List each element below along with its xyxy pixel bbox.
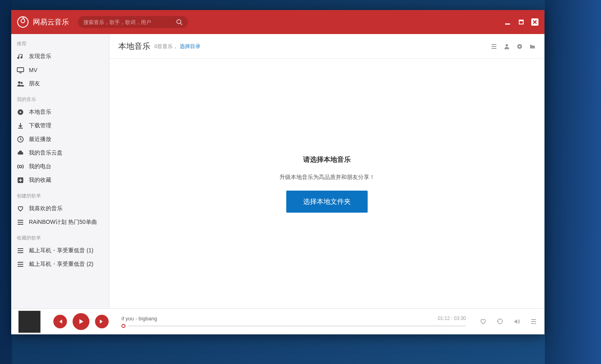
clock-icon [17,136,24,143]
user-icon[interactable] [504,43,510,50]
search-input[interactable] [83,19,176,25]
app-window: 网易云音乐 推荐 [11,10,544,334]
svg-point-1 [177,20,181,24]
sidebar-item-collected-1[interactable]: 戴上耳机・享受重低音 (1) [11,244,109,257]
loop-icon[interactable] [496,318,504,325]
svg-rect-9 [17,68,24,72]
close-button[interactable] [531,18,539,26]
select-folder-button[interactable]: 选择本地文件夹 [286,191,368,213]
sidebar-section-collected: 收藏的歌单 戴上耳机・享受重低音 (1) 戴上耳机・享受重低音 (2) [11,232,109,271]
disc-small-icon[interactable] [516,43,523,50]
sidebar-item-label: 朋友 [29,80,40,87]
content-title: 本地音乐 [118,41,150,52]
minimize-button[interactable] [504,18,512,26]
play-controls [53,313,109,330]
sidebar-item-radio[interactable]: 我的电台 [11,160,109,173]
svg-point-20 [519,46,520,47]
progress-handle-icon[interactable] [121,324,125,328]
sidebar-section-title: 我的音乐 [11,94,109,105]
prompt-subtitle: 升级本地音乐为高品质并和朋友分享！ [279,174,375,181]
player-right-controls [480,318,537,325]
sidebar-item-label: 下载管理 [29,122,51,129]
sidebar-item-friends[interactable]: 朋友 [11,77,109,90]
sidebar-item-favorites[interactable]: 我的收藏 [11,173,109,187]
sidebar-item-discover[interactable]: 发现音乐 [11,50,109,63]
select-directory-link[interactable]: 选择目录 [180,43,200,50]
sidebar-item-download[interactable]: 下载管理 [11,119,109,133]
window-controls [504,18,539,26]
sidebar-section-title: 推荐 [11,38,109,50]
monitor-icon [17,66,24,74]
sidebar-section-title: 收藏的歌单 [11,232,109,244]
sidebar-section-created: 创建的歌单 我喜欢的音乐 RAiNBOW计划 热门50单曲 [11,190,109,229]
sidebar-item-recent[interactable]: 最近播放 [11,133,109,146]
desktop-left-strip [0,0,12,364]
search-box[interactable] [78,16,188,28]
download-icon [17,122,24,129]
folder-icon[interactable] [529,43,536,50]
content-header-icons [491,43,536,50]
main-area: 推荐 发现音乐 MV 朋友 我的音乐 本地音乐 [11,34,544,308]
radio-icon [17,163,24,170]
app-logo-icon [17,16,29,28]
sidebar-item-label: 我的音乐云盘 [29,149,63,157]
app-title: 网易云音乐 [33,17,69,27]
maximize-button[interactable] [517,18,525,26]
svg-line-2 [180,23,182,25]
sidebar-item-label: 我的收藏 [29,177,51,184]
sidebar-item-label: 戴上耳机・享受重低音 (1) [29,247,93,254]
sidebar-item-cloud[interactable]: 我的音乐云盘 [11,146,109,160]
prev-button[interactable] [53,315,67,328]
play-button[interactable] [73,313,89,330]
next-button[interactable] [95,315,109,328]
album-art[interactable] [18,311,40,333]
svg-point-11 [18,81,20,84]
sidebar-item-label: 本地音乐 [29,109,51,116]
sidebar-item-local[interactable]: 本地音乐 [11,105,109,119]
content-body: 请选择本地音乐 升级本地音乐为高品质并和朋友分享！ 选择本地文件夹 [109,59,544,308]
logo-area: 网易云音乐 [17,16,69,28]
volume-icon[interactable] [513,318,520,325]
music-note-icon [17,53,24,60]
svg-point-14 [20,111,21,113]
content-area: 本地音乐 0首音乐， 选择目录 请选择本地音乐 升级本地音乐为高品质并和朋友分享… [109,34,544,308]
sidebar-item-label: 我喜欢的音乐 [29,205,63,212]
svg-point-16 [19,165,22,168]
desktop-right-strip [545,0,601,364]
player-bar: if you - bigbang 01:12 : 03:30 [11,308,544,334]
content-count: 0首音乐， [154,43,178,50]
sidebar-item-label: 戴上耳机・享受重低音 (2) [29,261,93,268]
sidebar-item-label: 最近播放 [29,136,51,143]
sidebar-item-label: 发现音乐 [29,53,51,60]
sidebar: 推荐 发现音乐 MV 朋友 我的音乐 本地音乐 [11,34,109,308]
sidebar-item-label: 我的电台 [29,163,51,170]
track-title: if you - bigbang [121,316,157,322]
playlist-icon [17,219,24,226]
sidebar-item-mv[interactable]: MV [11,63,109,77]
search-icon[interactable] [176,19,182,25]
list-view-icon[interactable] [491,43,497,50]
sidebar-section-recommend: 推荐 发现音乐 MV 朋友 [11,38,109,90]
sidebar-item-collected-2[interactable]: 戴上耳机・享受重低音 (2) [11,257,109,271]
svg-point-12 [21,82,23,84]
sidebar-item-label: RAiNBOW计划 热门50单曲 [29,219,97,226]
sidebar-item-label: MV [29,67,37,73]
heart-icon [17,205,24,212]
prompt-title: 请选择本地音乐 [303,155,351,164]
sidebar-section-title: 创建的歌单 [11,190,109,202]
plus-box-icon [17,177,24,184]
sidebar-item-rainbow[interactable]: RAiNBOW计划 热门50单曲 [11,215,109,229]
sidebar-item-liked[interactable]: 我喜欢的音乐 [11,202,109,215]
svg-point-18 [506,44,508,46]
playlist-icon [17,247,24,254]
like-icon[interactable] [480,318,487,325]
friends-icon [17,80,24,87]
progress-bar[interactable] [121,324,466,328]
cloud-icon [17,149,24,157]
content-header: 本地音乐 0首音乐， 选择目录 [109,34,544,59]
disc-icon [17,109,24,116]
track-area: if you - bigbang 01:12 : 03:30 [121,316,466,328]
playlist-toggle-icon[interactable] [530,318,537,325]
titlebar: 网易云音乐 [11,10,544,34]
track-time: 01:12 : 03:30 [438,316,466,321]
